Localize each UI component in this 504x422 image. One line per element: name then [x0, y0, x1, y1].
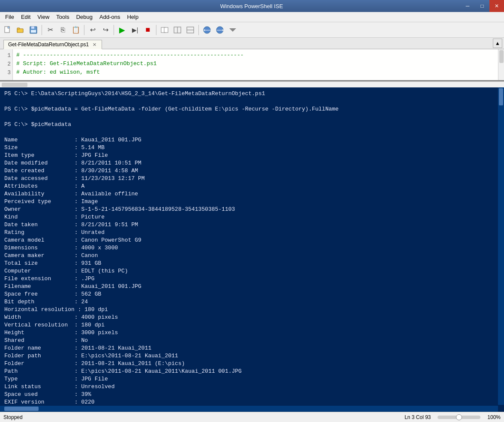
toolbar-separator-3	[114, 25, 114, 35]
svg-text:⟶: ⟶	[216, 27, 224, 33]
console-line	[4, 113, 500, 121]
line-numbers: 1 2 3	[0, 49, 13, 80]
nav-back-button[interactable]: ⟵	[201, 24, 213, 36]
close-button[interactable]: ✕	[489, 0, 504, 12]
cut-button[interactable]: ✂	[44, 24, 56, 36]
console-line: Rating : Unrated	[4, 229, 500, 236]
editor-vscroll-thumb[interactable]	[499, 50, 504, 63]
line-num-3: 3	[0, 68, 12, 77]
tab-script[interactable]: Get-FileMetaDataReturnObject.ps1 ✕	[3, 40, 102, 49]
line-num-1: 1	[0, 51, 12, 60]
app-title: Windows PowerShell ISE	[43, 3, 460, 9]
save-button[interactable]	[27, 24, 39, 36]
console-line: Size : 5.14 MB	[4, 144, 500, 152]
console-line: Perceived type : Image	[4, 198, 500, 206]
editor-line-1: # --------------------------------------…	[16, 51, 495, 60]
console-line: Total size : 931 GB	[4, 260, 500, 267]
open-button[interactable]	[15, 24, 27, 36]
toolbar-separator-4	[156, 25, 156, 35]
editor-content[interactable]: # --------------------------------------…	[13, 49, 498, 80]
console-line: Name : Kauai_2011 001.JPG	[4, 136, 500, 144]
editor-vertical-scrollbar[interactable]	[498, 49, 504, 80]
line-col-indicator: Ln 3 Col 93	[405, 414, 431, 420]
redo-button[interactable]: ↪	[99, 24, 111, 36]
more-button[interactable]	[227, 24, 239, 36]
console-line: Folder name : 2011-08-21 Kauai_2011	[4, 344, 500, 352]
status-right: Ln 3 Col 93 100%	[405, 414, 501, 420]
tab-scroll-right-button[interactable]: ▲	[493, 39, 502, 48]
console-line: Vertical resolution : 180 dpi	[4, 321, 500, 329]
console-line: Item type : JPG File	[4, 152, 500, 159]
line-num-2: 2	[0, 60, 12, 68]
svg-rect-7	[164, 27, 168, 33]
console-line: Horizontal resolution : 180 dpi	[4, 306, 500, 314]
console-vscroll-thumb[interactable]	[499, 88, 503, 105]
console-line: Width : 4000 pixels	[4, 314, 500, 321]
console-line: Owner : S-1-5-21-1457956834-3844189528-3…	[4, 206, 500, 213]
console-line: Filename : Kauai_2011 001.JPG	[4, 283, 500, 290]
console-line: Bit depth : 24	[4, 298, 500, 306]
paste-button[interactable]: 📋	[70, 24, 82, 36]
console-line: Height : 3000 pixels	[4, 329, 500, 337]
svg-marker-16	[229, 28, 236, 32]
status-text: Stopped	[3, 414, 405, 420]
toolbar: ✂ ⎘ 📋 ↩ ↪ ▶ ▶| ■ ⟵ ⟶	[0, 22, 504, 38]
console-line: Date modified : 8/21/2011 10:51 PM	[4, 159, 500, 167]
console-line: Dimensions : 4000 x 3000	[4, 244, 500, 252]
run-script-button[interactable]: ▶	[116, 24, 128, 36]
split-horizontal-button[interactable]	[184, 24, 196, 36]
console-line: Camera model : Canon PowerShot G9	[4, 236, 500, 244]
maximize-button[interactable]: □	[475, 0, 489, 12]
editor-line-2: # Script: Get-FileMetaDataReturnObject.p…	[16, 60, 495, 68]
stop-button[interactable]: ■	[142, 24, 154, 36]
console-line: Computer : EDLT (this PC)	[4, 267, 500, 275]
menu-edit[interactable]: Edit	[18, 13, 34, 21]
zoom-slider-thumb[interactable]	[456, 414, 462, 420]
menu-addons[interactable]: Add-ons	[96, 13, 123, 21]
editor-area: 1 2 3 # --------------------------------…	[0, 49, 504, 81]
console-scroll[interactable]: PS C:\> E:\Data\ScriptingGuys\2014\HSG_2…	[0, 87, 504, 412]
window-controls: ─ □ ✕	[460, 2, 504, 10]
new-tab-button[interactable]	[159, 24, 171, 36]
run-selection-button[interactable]: ▶|	[129, 24, 141, 36]
console-vertical-scrollbar[interactable]	[498, 87, 504, 405]
console-line: Date accessed : 11/23/2013 12:17 PM	[4, 175, 500, 183]
split-vertical-button[interactable]	[171, 24, 183, 36]
zoom-level: 100%	[487, 414, 501, 420]
zoom-slider[interactable]	[438, 416, 480, 419]
toolbar-separator-1	[42, 25, 42, 35]
console-line: Type : JPG File	[4, 375, 500, 383]
menu-bar: File Edit View Tools Debug Add-ons Help	[0, 12, 504, 22]
console-line: PS C:\> E:\Data\ScriptingGuys\2014\HSG_2…	[4, 90, 500, 98]
tab-close-button[interactable]: ✕	[91, 42, 97, 48]
console-line: Folder : 2011-08-21 Kauai_2011 (E:\pics)	[4, 360, 500, 368]
svg-rect-5	[31, 30, 36, 33]
console-line	[4, 98, 500, 105]
minimize-button[interactable]: ─	[460, 0, 475, 12]
console-line: Link status : Unresolved	[4, 383, 500, 391]
console-line: Shared : No	[4, 337, 500, 344]
console-line: PS C:\> $picMetadata = Get-FileMetaData …	[4, 105, 500, 113]
title-bar: Windows PowerShell ISE ─ □ ✕	[0, 0, 504, 12]
console-line: Date created : 8/30/2011 4:58 AM	[4, 167, 500, 175]
menu-view[interactable]: View	[34, 13, 53, 21]
console-line: EXIF version : 0220	[4, 398, 500, 406]
undo-button[interactable]: ↩	[87, 24, 99, 36]
new-button[interactable]	[2, 24, 14, 36]
nav-forward-button[interactable]: ⟶	[214, 24, 226, 36]
menu-tools[interactable]: Tools	[53, 13, 72, 21]
menu-debug[interactable]: Debug	[73, 13, 96, 21]
menu-help[interactable]: Help	[123, 13, 142, 21]
toolbar-separator-2	[84, 25, 84, 35]
copy-button[interactable]: ⎘	[57, 24, 69, 36]
editor-hscroll-thumb[interactable]	[2, 83, 27, 87]
editor-horizontal-scrollbar[interactable]	[0, 81, 504, 87]
editor-line-3: # Author: ed wilson, msft	[16, 68, 495, 77]
tab-bar: Get-FileMetaDataReturnObject.ps1 ✕ ▲	[0, 38, 504, 49]
console-area: PS C:\> E:\Data\ScriptingGuys\2014\HSG_2…	[0, 87, 504, 412]
console-hscroll-thumb[interactable]	[4, 407, 39, 411]
console-line: Path : E:\pics\2011-08-21 Kauai_2011\Kau…	[4, 368, 500, 375]
console-horizontal-scrollbar[interactable]	[0, 406, 498, 412]
console-line: Date taken : 8/21/2011 9:51 PM	[4, 221, 500, 229]
menu-file[interactable]: File	[2, 13, 18, 21]
